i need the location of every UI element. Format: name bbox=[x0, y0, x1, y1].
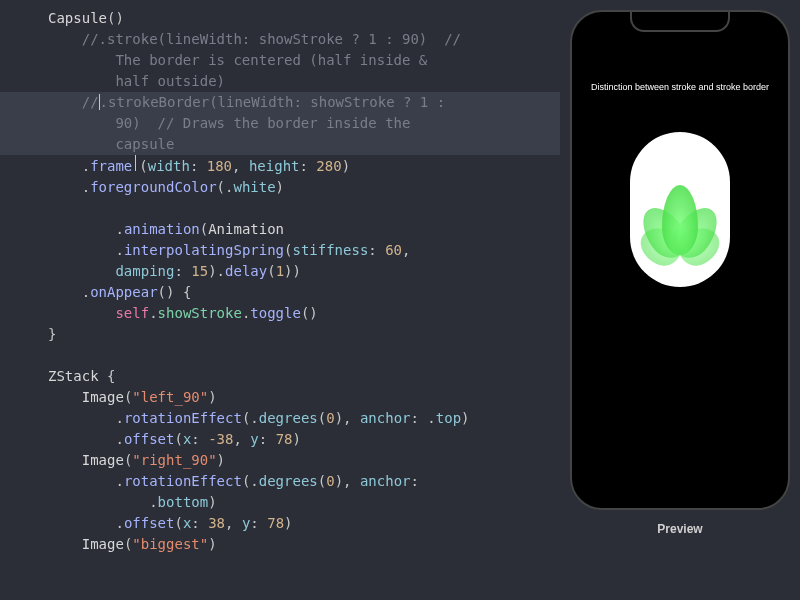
code-line[interactable]: .animation(Animation bbox=[0, 219, 560, 240]
preview-pane: Distinction between stroke and stroke bo… bbox=[560, 0, 800, 600]
text-cursor bbox=[99, 94, 100, 110]
code-line[interactable]: Capsule() bbox=[0, 8, 560, 29]
code-line[interactable]: The border is centered (half inside & bbox=[0, 50, 560, 71]
code-line[interactable]: .offset(x: 38, y: 78) bbox=[0, 513, 560, 534]
code-line[interactable]: 90) // Draws the border inside the bbox=[0, 113, 560, 134]
code-editor[interactable]: Capsule() //.stroke(lineWidth: showStrok… bbox=[0, 0, 560, 600]
phone-notch bbox=[630, 10, 730, 32]
code-line[interactable]: Image("right_90") bbox=[0, 450, 560, 471]
code-line[interactable]: damping: 15).delay(1)) bbox=[0, 261, 560, 282]
code-line[interactable]: Image("biggest") bbox=[0, 534, 560, 555]
capsule-shape bbox=[630, 132, 730, 287]
code-line[interactable]: half outside) bbox=[0, 71, 560, 92]
code-line[interactable]: ZStack { bbox=[0, 366, 560, 387]
type-name: Capsule bbox=[48, 10, 107, 26]
code-line[interactable]: .offset(x: -38, y: 78) bbox=[0, 429, 560, 450]
code-line[interactable]: .bottom) bbox=[0, 492, 560, 513]
code-line[interactable] bbox=[0, 198, 560, 219]
code-line[interactable]: self.showStroke.toggle() bbox=[0, 303, 560, 324]
code-line[interactable]: .rotationEffect(.degrees(0), anchor: .to… bbox=[0, 408, 560, 429]
code-line[interactable]: .interpolatingSpring(stiffness: 60, bbox=[0, 240, 560, 261]
ibeam-cursor bbox=[132, 155, 139, 171]
code-line[interactable]: Image("left_90") bbox=[0, 387, 560, 408]
code-line[interactable]: .frame(width: 180, height: 280) bbox=[0, 155, 560, 177]
preview-label: Preview bbox=[657, 522, 702, 536]
phone-simulator[interactable]: Distinction between stroke and stroke bo… bbox=[570, 10, 790, 510]
code-line[interactable]: .onAppear() { bbox=[0, 282, 560, 303]
code-line-active[interactable]: //.strokeBorder(lineWidth: showStroke ? … bbox=[0, 92, 560, 113]
preview-title: Distinction between stroke and stroke bo… bbox=[572, 82, 788, 92]
leaf-icon bbox=[640, 165, 720, 255]
code-line[interactable]: .rotationEffect(.degrees(0), anchor: bbox=[0, 471, 560, 492]
code-line[interactable]: } bbox=[0, 324, 560, 345]
code-line[interactable]: capsule bbox=[0, 134, 560, 155]
code-line[interactable]: .foregroundColor(.white) bbox=[0, 177, 560, 198]
code-line[interactable]: //.stroke(lineWidth: showStroke ? 1 : 90… bbox=[0, 29, 560, 50]
code-line[interactable] bbox=[0, 345, 560, 366]
